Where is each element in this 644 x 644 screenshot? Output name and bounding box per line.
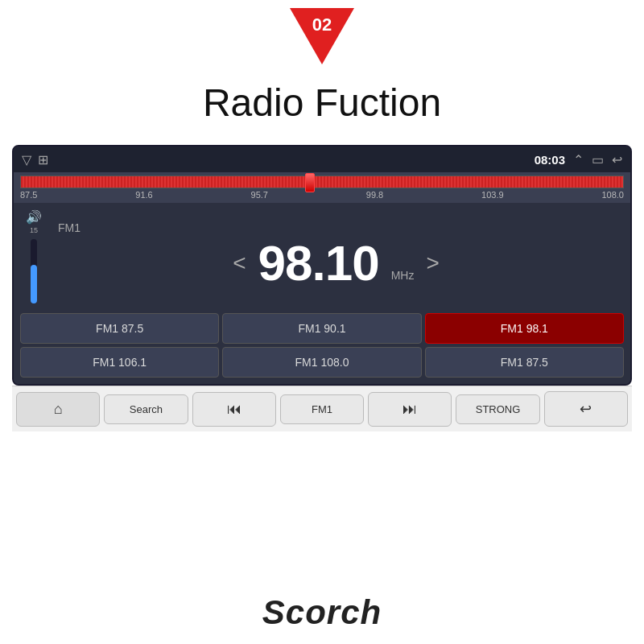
freq-prev-button[interactable]: <: [233, 250, 246, 276]
band-button-label: FM1: [312, 403, 332, 415]
status-bar-right: 08:03 ⌃ ▭ ↩: [535, 152, 622, 167]
prev-button[interactable]: ⏮: [192, 392, 276, 427]
chevron-up-icon: ⌃: [573, 152, 584, 167]
band-button[interactable]: FM1: [280, 394, 364, 424]
back-toolbar-icon: ↩: [580, 400, 592, 418]
volume-bar[interactable]: [31, 239, 37, 303]
freq-label-87: 87.5: [20, 190, 37, 200]
prev-icon: ⏮: [227, 401, 242, 418]
frequency-display: FM1 < 98.10 MHz >: [50, 221, 622, 291]
search-button[interactable]: Search: [104, 394, 188, 424]
volume-fill: [31, 265, 37, 303]
presets-grid: FM1 87.5 FM1 90.1 FM1 98.1 FM1 106.1 FM1…: [14, 310, 630, 384]
frequency-cursor[interactable]: [305, 173, 315, 192]
step-badge: 02: [290, 8, 354, 64]
freq-label-91: 91.6: [135, 190, 152, 200]
next-icon: ⏭: [402, 401, 417, 418]
current-frequency: 98.10: [258, 234, 379, 291]
freq-label-95: 95.7: [251, 190, 268, 200]
search-label: Search: [130, 403, 163, 415]
status-bar-left: ▽ ⊞: [22, 152, 48, 167]
radio-screen: ▽ ⊞ 08:03 ⌃ ▭ ↩ 87.5 91.6 95.7 99.8 103.…: [12, 145, 632, 386]
main-display: 🔊 15 FM1 < 98.10 MHz >: [14, 203, 630, 310]
status-bar: ▽ ⊞ 08:03 ⌃ ▭ ↩: [14, 147, 630, 172]
badge-area: 02: [0, 0, 644, 64]
branding-area: Scorch: [0, 593, 644, 632]
preset-1[interactable]: FM1 87.5: [20, 313, 219, 344]
frequency-track[interactable]: [20, 175, 624, 188]
preset-5[interactable]: FM1 108.0: [222, 347, 421, 378]
brand-name: Scorch: [262, 593, 382, 632]
home-button[interactable]: ⌂: [16, 392, 100, 427]
strong-button[interactable]: STRONG: [456, 394, 539, 424]
notification-icon: ▽: [22, 152, 31, 167]
freq-label-103: 103.9: [481, 190, 504, 200]
back-button[interactable]: ↩: [544, 391, 628, 427]
freq-unit: MHz: [391, 269, 415, 282]
frequency-track-fill: [21, 176, 623, 188]
page-title: Radio Fuction: [0, 64, 644, 145]
frequency-labels: 87.5 91.6 95.7 99.8 103.9 108.0: [20, 188, 624, 201]
home-icon: ⌂: [54, 401, 63, 418]
bottom-toolbar: ⌂ Search ⏮ FM1 ⏭ STRONG ↩: [12, 386, 632, 431]
volume-label: 15: [30, 226, 38, 234]
strong-label: STRONG: [476, 403, 521, 415]
badge-number: 02: [312, 14, 332, 35]
preset-6[interactable]: FM1 87.5: [425, 347, 624, 378]
next-button[interactable]: ⏭: [368, 392, 452, 427]
band-label: FM1: [58, 221, 80, 234]
preset-4[interactable]: FM1 106.1: [20, 347, 219, 378]
settings-icon: ⊞: [38, 152, 48, 167]
volume-area: 🔊 15: [22, 209, 46, 303]
freq-label-108: 108.0: [601, 190, 624, 200]
window-icon: ▭: [592, 152, 604, 167]
back-icon: ↩: [612, 152, 622, 167]
volume-icon: 🔊: [26, 209, 42, 225]
frequency-slider-area[interactable]: 87.5 91.6 95.7 99.8 103.9 108.0: [14, 172, 630, 203]
freq-label-99: 99.8: [366, 190, 383, 200]
freq-next-button[interactable]: >: [426, 250, 439, 276]
preset-3[interactable]: FM1 98.1: [425, 313, 624, 344]
status-time: 08:03: [535, 153, 565, 167]
frequency-number-row: < 98.10 MHz >: [233, 234, 440, 291]
preset-2[interactable]: FM1 90.1: [222, 313, 421, 344]
